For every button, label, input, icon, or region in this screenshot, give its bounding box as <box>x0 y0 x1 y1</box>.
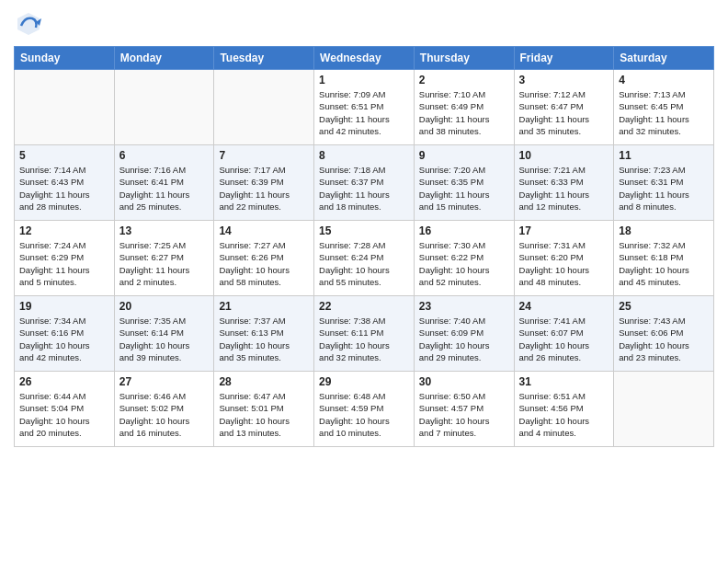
day-info: Sunrise: 7:17 AM Sunset: 6:39 PM Dayligh… <box>219 164 309 213</box>
calendar-week-row: 5Sunrise: 7:14 AM Sunset: 6:43 PM Daylig… <box>15 145 714 221</box>
day-number: 31 <box>519 375 609 388</box>
day-info: Sunrise: 7:09 AM Sunset: 6:51 PM Dayligh… <box>319 88 409 137</box>
day-info: Sunrise: 7:34 AM Sunset: 6:16 PM Dayligh… <box>19 315 109 363</box>
day-info: Sunrise: 7:32 AM Sunset: 6:18 PM Dayligh… <box>619 239 709 288</box>
logo-icon <box>14 9 43 39</box>
calendar-header-friday: Friday <box>514 47 614 70</box>
calendar-cell: 11Sunrise: 7:23 AM Sunset: 6:31 PM Dayli… <box>614 145 714 221</box>
calendar-week-row: 19Sunrise: 7:34 AM Sunset: 6:16 PM Dayli… <box>15 296 714 372</box>
calendar-table: SundayMondayTuesdayWednesdayThursdayFrid… <box>14 46 714 447</box>
day-info: Sunrise: 7:37 AM Sunset: 6:13 PM Dayligh… <box>219 315 309 363</box>
day-number: 9 <box>419 149 509 162</box>
calendar-header-sunday: Sunday <box>15 47 115 70</box>
day-info: Sunrise: 6:51 AM Sunset: 4:56 PM Dayligh… <box>519 390 609 439</box>
day-number: 12 <box>19 224 109 237</box>
day-number: 22 <box>319 300 409 313</box>
calendar-cell: 6Sunrise: 7:16 AM Sunset: 6:41 PM Daylig… <box>114 145 214 221</box>
day-number: 30 <box>419 375 509 388</box>
calendar-week-row: 1Sunrise: 7:09 AM Sunset: 6:51 PM Daylig… <box>15 70 714 145</box>
day-number: 15 <box>319 224 409 237</box>
day-number: 14 <box>219 224 309 237</box>
calendar-header-thursday: Thursday <box>414 47 514 70</box>
calendar-cell: 12Sunrise: 7:24 AM Sunset: 6:29 PM Dayli… <box>15 221 115 296</box>
calendar-header-monday: Monday <box>114 47 214 70</box>
calendar-cell: 15Sunrise: 7:28 AM Sunset: 6:24 PM Dayli… <box>314 221 415 296</box>
calendar-week-row: 12Sunrise: 7:24 AM Sunset: 6:29 PM Dayli… <box>15 221 714 296</box>
day-info: Sunrise: 7:24 AM Sunset: 6:29 PM Dayligh… <box>19 239 109 288</box>
day-info: Sunrise: 7:13 AM Sunset: 6:45 PM Dayligh… <box>619 88 709 137</box>
calendar-cell: 14Sunrise: 7:27 AM Sunset: 6:26 PM Dayli… <box>214 221 314 296</box>
calendar-cell <box>214 70 314 145</box>
day-number: 24 <box>519 300 609 313</box>
calendar-cell: 17Sunrise: 7:31 AM Sunset: 6:20 PM Dayli… <box>514 221 614 296</box>
calendar-cell: 13Sunrise: 7:25 AM Sunset: 6:27 PM Dayli… <box>114 221 214 296</box>
day-info: Sunrise: 7:12 AM Sunset: 6:47 PM Dayligh… <box>519 88 609 137</box>
day-info: Sunrise: 7:14 AM Sunset: 6:43 PM Dayligh… <box>19 164 109 213</box>
calendar-cell <box>15 70 115 145</box>
day-number: 25 <box>619 300 709 313</box>
day-info: Sunrise: 7:18 AM Sunset: 6:37 PM Dayligh… <box>319 164 409 213</box>
day-number: 21 <box>219 300 309 313</box>
day-number: 10 <box>519 149 609 162</box>
calendar-cell <box>614 372 714 447</box>
day-info: Sunrise: 7:38 AM Sunset: 6:11 PM Dayligh… <box>319 315 409 363</box>
logo <box>14 9 47 39</box>
day-info: Sunrise: 6:47 AM Sunset: 5:01 PM Dayligh… <box>219 390 309 439</box>
calendar-cell: 9Sunrise: 7:20 AM Sunset: 6:35 PM Daylig… <box>414 145 514 221</box>
calendar-cell: 30Sunrise: 6:50 AM Sunset: 4:57 PM Dayli… <box>414 372 514 447</box>
calendar-cell: 23Sunrise: 7:40 AM Sunset: 6:09 PM Dayli… <box>414 296 514 372</box>
day-number: 3 <box>519 74 609 86</box>
day-number: 27 <box>119 375 210 388</box>
calendar-week-row: 26Sunrise: 6:44 AM Sunset: 5:04 PM Dayli… <box>15 372 714 447</box>
calendar-cell: 18Sunrise: 7:32 AM Sunset: 6:18 PM Dayli… <box>614 221 714 296</box>
calendar-header-row: SundayMondayTuesdayWednesdayThursdayFrid… <box>15 47 714 70</box>
calendar-cell: 1Sunrise: 7:09 AM Sunset: 6:51 PM Daylig… <box>314 70 415 145</box>
calendar-cell: 20Sunrise: 7:35 AM Sunset: 6:14 PM Dayli… <box>114 296 214 372</box>
day-info: Sunrise: 7:31 AM Sunset: 6:20 PM Dayligh… <box>519 239 609 288</box>
day-info: Sunrise: 6:46 AM Sunset: 5:02 PM Dayligh… <box>119 390 210 439</box>
day-info: Sunrise: 7:43 AM Sunset: 6:06 PM Dayligh… <box>619 315 709 363</box>
calendar-cell: 16Sunrise: 7:30 AM Sunset: 6:22 PM Dayli… <box>414 221 514 296</box>
calendar-cell: 26Sunrise: 6:44 AM Sunset: 5:04 PM Dayli… <box>15 372 115 447</box>
calendar-cell: 24Sunrise: 7:41 AM Sunset: 6:07 PM Dayli… <box>514 296 614 372</box>
calendar-header-wednesday: Wednesday <box>314 47 415 70</box>
day-number: 20 <box>119 300 210 313</box>
calendar-cell: 2Sunrise: 7:10 AM Sunset: 6:49 PM Daylig… <box>414 70 514 145</box>
day-number: 13 <box>119 224 210 237</box>
day-info: Sunrise: 7:23 AM Sunset: 6:31 PM Dayligh… <box>619 164 709 213</box>
day-info: Sunrise: 7:40 AM Sunset: 6:09 PM Dayligh… <box>419 315 509 363</box>
day-info: Sunrise: 7:30 AM Sunset: 6:22 PM Dayligh… <box>419 239 509 288</box>
day-info: Sunrise: 6:50 AM Sunset: 4:57 PM Dayligh… <box>419 390 509 439</box>
calendar-cell: 5Sunrise: 7:14 AM Sunset: 6:43 PM Daylig… <box>15 145 115 221</box>
calendar-cell: 4Sunrise: 7:13 AM Sunset: 6:45 PM Daylig… <box>614 70 714 145</box>
day-info: Sunrise: 7:27 AM Sunset: 6:26 PM Dayligh… <box>219 239 309 288</box>
calendar-cell <box>114 70 214 145</box>
calendar-cell: 10Sunrise: 7:21 AM Sunset: 6:33 PM Dayli… <box>514 145 614 221</box>
calendar-header-tuesday: Tuesday <box>214 47 314 70</box>
day-info: Sunrise: 7:20 AM Sunset: 6:35 PM Dayligh… <box>419 164 509 213</box>
day-number: 6 <box>119 149 210 162</box>
day-number: 18 <box>619 224 709 237</box>
day-number: 19 <box>19 300 109 313</box>
day-number: 2 <box>419 74 509 86</box>
calendar-cell: 31Sunrise: 6:51 AM Sunset: 4:56 PM Dayli… <box>514 372 614 447</box>
day-info: Sunrise: 7:35 AM Sunset: 6:14 PM Dayligh… <box>119 315 210 363</box>
day-number: 23 <box>419 300 509 313</box>
calendar-cell: 19Sunrise: 7:34 AM Sunset: 6:16 PM Dayli… <box>15 296 115 372</box>
day-number: 5 <box>19 149 109 162</box>
calendar-cell: 25Sunrise: 7:43 AM Sunset: 6:06 PM Dayli… <box>614 296 714 372</box>
day-info: Sunrise: 6:44 AM Sunset: 5:04 PM Dayligh… <box>19 390 109 439</box>
day-number: 7 <box>219 149 309 162</box>
day-number: 4 <box>619 74 709 86</box>
day-info: Sunrise: 6:48 AM Sunset: 4:59 PM Dayligh… <box>319 390 409 439</box>
calendar-cell: 29Sunrise: 6:48 AM Sunset: 4:59 PM Dayli… <box>314 372 415 447</box>
calendar-cell: 3Sunrise: 7:12 AM Sunset: 6:47 PM Daylig… <box>514 70 614 145</box>
calendar-cell: 27Sunrise: 6:46 AM Sunset: 5:02 PM Dayli… <box>114 372 214 447</box>
day-number: 11 <box>619 149 709 162</box>
day-number: 29 <box>319 375 409 388</box>
calendar-cell: 28Sunrise: 6:47 AM Sunset: 5:01 PM Dayli… <box>214 372 314 447</box>
day-info: Sunrise: 7:41 AM Sunset: 6:07 PM Dayligh… <box>519 315 609 363</box>
calendar-cell: 22Sunrise: 7:38 AM Sunset: 6:11 PM Dayli… <box>314 296 415 372</box>
calendar-cell: 7Sunrise: 7:17 AM Sunset: 6:39 PM Daylig… <box>214 145 314 221</box>
day-info: Sunrise: 7:16 AM Sunset: 6:41 PM Dayligh… <box>119 164 210 213</box>
